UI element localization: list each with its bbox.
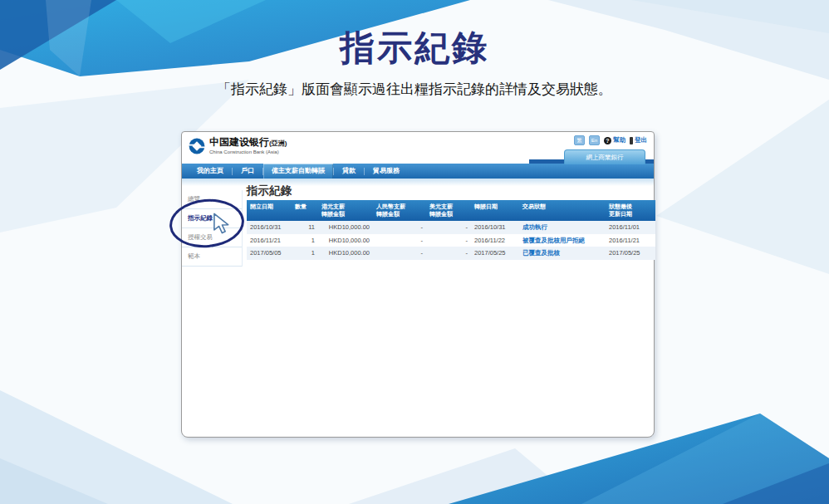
nav-tab-3[interactable]: 貸款	[334, 164, 364, 179]
sidebar-menu: 總覽指示紀錄授權交易範本	[182, 190, 243, 267]
question-mark-icon: ?	[604, 137, 611, 144]
language-zh-button[interactable]: 繁	[574, 135, 585, 145]
cell-0-1: 11	[292, 221, 318, 234]
column-header-0: 開立日期	[247, 200, 292, 221]
cell-0-0: 2016/10/31	[247, 221, 292, 234]
cell-2-7: 2017/05/25	[606, 247, 655, 260]
sidebar-item-2[interactable]: 授權交易	[182, 228, 242, 247]
bank-name-en: China Construction Bank (Asia)	[209, 149, 287, 155]
main-nav: 我的主頁戶口僱主支薪自動轉賬貸款貿易服務	[182, 164, 654, 179]
column-header-3: 人民幣支薪轉賬金額	[373, 200, 426, 221]
column-header-line2: 轉賬金額	[321, 210, 370, 218]
column-header-6: 交易狀態	[519, 200, 606, 221]
cell-1-1: 1	[292, 234, 318, 247]
nav-tab-0[interactable]: 我的主頁	[189, 164, 232, 179]
cell-0-5: 2016/10/31	[471, 221, 519, 234]
language-en-button[interactable]: En	[589, 135, 600, 145]
table-header-row: 開立日期數量港元支薪轉賬金額人民幣支薪轉賬金額美元支薪轉賬金額轉賬日期交易狀態狀…	[247, 200, 655, 221]
status-link[interactable]: 被覆查及批核用戶拒絕	[522, 237, 585, 244]
cell-2-3: -	[373, 247, 426, 260]
page-title: 指示紀錄	[0, 25, 829, 71]
nav-tab-1[interactable]: 戶口	[233, 164, 262, 179]
cell-2-1: 1	[292, 247, 318, 260]
column-header-line1: 數量	[295, 203, 315, 210]
banking-screenshot-window: 中国建设银行(亞洲) China Construction Bank (Asia…	[181, 131, 655, 438]
online-commercial-banking-tab[interactable]: 網上商業銀行	[564, 149, 645, 164]
column-header-2: 港元支薪轉賬金額	[318, 200, 373, 221]
column-header-line1: 港元支薪	[321, 203, 370, 210]
cell-2-4: -	[426, 247, 471, 260]
column-header-line1: 轉賬日期	[474, 203, 516, 210]
nav-tab-2[interactable]: 僱主支薪自動轉賬	[263, 164, 333, 179]
nav-tab-4[interactable]: 貿易服務	[365, 164, 408, 179]
column-header-7: 狀態最後更新日期	[606, 200, 655, 221]
cell-0-7: 2016/11/01	[606, 221, 655, 234]
bank-name-zh: 中国建设银行	[209, 136, 269, 148]
cell-1-3: -	[373, 234, 426, 247]
column-header-line2: 轉賬金額	[376, 210, 423, 218]
help-label: 幫助	[613, 136, 625, 144]
cell-0-6: 成功執行	[519, 221, 606, 234]
column-header-line1: 人民幣支薪	[376, 203, 423, 210]
column-header-line1: 開立日期	[250, 203, 288, 210]
cell-0-4: -	[426, 221, 471, 234]
bank-logo: 中国建设银行(亞洲) China Construction Bank (Asia…	[189, 137, 287, 155]
column-header-5: 轉賬日期	[471, 200, 519, 221]
cell-2-6: 已覆查及批核	[519, 247, 606, 260]
cell-1-2: HKD10,000.00	[318, 234, 373, 247]
cell-1-7: 2016/11/21	[606, 234, 655, 247]
column-header-line1: 交易狀態	[522, 203, 602, 210]
cell-0-3: -	[373, 221, 426, 234]
column-header-4: 美元支薪轉賬金額	[426, 200, 471, 221]
help-button[interactable]: ? 幫助	[604, 136, 625, 144]
table-row: 2016/10/3111HKD10,000.00--2016/10/31成功執行…	[247, 221, 655, 234]
bank-name: 中国建设银行(亞洲) China Construction Bank (Asia…	[209, 137, 287, 155]
sidebar-item-0[interactable]: 總覽	[182, 190, 242, 209]
tutorial-page: 指示紀錄 「指示紀錄」版面會顯示過往出糧指示記錄的詳情及交易狀態。 中国建设银行…	[0, 0, 829, 504]
column-header-line1: 狀態最後	[609, 203, 652, 210]
logout-label: 登出	[635, 136, 647, 144]
table-row: 2016/11/211HKD10,000.00--2016/11/22被覆查及批…	[247, 234, 655, 247]
cell-2-5: 2017/05/25	[471, 247, 519, 260]
cell-1-0: 2016/11/21	[247, 234, 292, 247]
section-heading: 指示紀錄	[247, 183, 292, 198]
cell-0-2: HKD10,000.00	[318, 221, 373, 234]
bank-name-region: (亞洲)	[269, 139, 287, 147]
column-header-line1: 美元支薪	[429, 203, 468, 210]
cell-2-0: 2017/05/05	[247, 247, 292, 260]
sidebar-item-1[interactable]: 指示紀錄	[182, 209, 242, 228]
logout-icon	[630, 137, 633, 144]
status-link[interactable]: 已覆查及批核	[522, 249, 560, 257]
instruction-records-table: 開立日期數量港元支薪轉賬金額人民幣支薪轉賬金額美元支薪轉賬金額轉賬日期交易狀態狀…	[247, 200, 655, 260]
ccb-logo-icon	[189, 138, 205, 154]
page-subtitle: 「指示紀錄」版面會顯示過往出糧指示記錄的詳情及交易狀態。	[0, 80, 829, 99]
cell-1-5: 2016/11/22	[471, 234, 519, 247]
top-utility-bar: 繁 En ? 幫助 登出	[574, 135, 647, 145]
cell-1-6: 被覆查及批核用戶拒絕	[519, 234, 606, 247]
column-header-line2: 轉賬金額	[429, 210, 468, 218]
table-row: 2017/05/051HKD10,000.00--2017/05/25已覆查及批…	[247, 247, 655, 260]
status-link[interactable]: 成功執行	[522, 223, 547, 231]
sidebar-item-3[interactable]: 範本	[182, 247, 242, 267]
cell-1-4: -	[426, 234, 471, 247]
column-header-line2: 更新日期	[609, 210, 652, 218]
cell-2-2: HKD10,000.00	[318, 247, 373, 260]
logout-button[interactable]: 登出	[630, 136, 647, 144]
bank-header: 中国建设银行(亞洲) China Construction Bank (Asia…	[182, 132, 654, 164]
column-header-1: 數量	[292, 200, 318, 221]
